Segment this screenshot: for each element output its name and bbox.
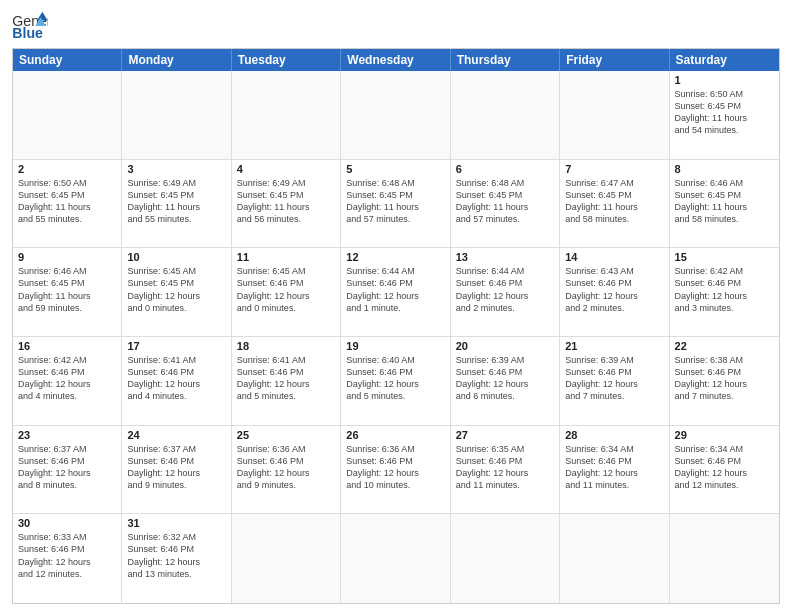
day-number: 15 — [675, 251, 774, 263]
day-number: 21 — [565, 340, 663, 352]
week-row-3: 16Sunrise: 6:42 AM Sunset: 6:46 PM Dayli… — [13, 337, 779, 426]
day-cell-20: 20Sunrise: 6:39 AM Sunset: 6:46 PM Dayli… — [451, 337, 560, 425]
day-cell-3: 3Sunrise: 6:49 AM Sunset: 6:45 PM Daylig… — [122, 160, 231, 248]
day-cell-empty — [560, 71, 669, 159]
day-number: 20 — [456, 340, 554, 352]
day-cell-26: 26Sunrise: 6:36 AM Sunset: 6:46 PM Dayli… — [341, 426, 450, 514]
calendar-body: 1Sunrise: 6:50 AM Sunset: 6:45 PM Daylig… — [13, 71, 779, 603]
day-cell-12: 12Sunrise: 6:44 AM Sunset: 6:46 PM Dayli… — [341, 248, 450, 336]
day-number: 30 — [18, 517, 116, 529]
week-row-0: 1Sunrise: 6:50 AM Sunset: 6:45 PM Daylig… — [13, 71, 779, 160]
day-cell-8: 8Sunrise: 6:46 AM Sunset: 6:45 PM Daylig… — [670, 160, 779, 248]
day-info: Sunrise: 6:34 AM Sunset: 6:46 PM Dayligh… — [565, 443, 663, 492]
day-cell-31: 31Sunrise: 6:32 AM Sunset: 6:46 PM Dayli… — [122, 514, 231, 603]
logo-icon: General Blue — [12, 10, 48, 40]
day-header-thursday: Thursday — [451, 49, 560, 71]
day-info: Sunrise: 6:33 AM Sunset: 6:46 PM Dayligh… — [18, 531, 116, 580]
day-header-wednesday: Wednesday — [341, 49, 450, 71]
day-cell-19: 19Sunrise: 6:40 AM Sunset: 6:46 PM Dayli… — [341, 337, 450, 425]
day-info: Sunrise: 6:42 AM Sunset: 6:46 PM Dayligh… — [675, 265, 774, 314]
day-number: 13 — [456, 251, 554, 263]
day-number: 23 — [18, 429, 116, 441]
day-info: Sunrise: 6:41 AM Sunset: 6:46 PM Dayligh… — [127, 354, 225, 403]
week-row-5: 30Sunrise: 6:33 AM Sunset: 6:46 PM Dayli… — [13, 514, 779, 603]
day-number: 19 — [346, 340, 444, 352]
day-info: Sunrise: 6:37 AM Sunset: 6:46 PM Dayligh… — [127, 443, 225, 492]
day-info: Sunrise: 6:49 AM Sunset: 6:45 PM Dayligh… — [237, 177, 335, 226]
day-header-sunday: Sunday — [13, 49, 122, 71]
day-cell-27: 27Sunrise: 6:35 AM Sunset: 6:46 PM Dayli… — [451, 426, 560, 514]
day-cell-9: 9Sunrise: 6:46 AM Sunset: 6:45 PM Daylig… — [13, 248, 122, 336]
day-cell-7: 7Sunrise: 6:47 AM Sunset: 6:45 PM Daylig… — [560, 160, 669, 248]
day-number: 2 — [18, 163, 116, 175]
day-cell-25: 25Sunrise: 6:36 AM Sunset: 6:46 PM Dayli… — [232, 426, 341, 514]
day-cell-empty — [341, 71, 450, 159]
day-cell-10: 10Sunrise: 6:45 AM Sunset: 6:45 PM Dayli… — [122, 248, 231, 336]
day-info: Sunrise: 6:44 AM Sunset: 6:46 PM Dayligh… — [456, 265, 554, 314]
day-info: Sunrise: 6:48 AM Sunset: 6:45 PM Dayligh… — [346, 177, 444, 226]
day-number: 7 — [565, 163, 663, 175]
week-row-4: 23Sunrise: 6:37 AM Sunset: 6:46 PM Dayli… — [13, 426, 779, 515]
day-info: Sunrise: 6:50 AM Sunset: 6:45 PM Dayligh… — [18, 177, 116, 226]
day-cell-23: 23Sunrise: 6:37 AM Sunset: 6:46 PM Dayli… — [13, 426, 122, 514]
calendar: SundayMondayTuesdayWednesdayThursdayFrid… — [12, 48, 780, 604]
day-number: 6 — [456, 163, 554, 175]
day-number: 28 — [565, 429, 663, 441]
day-cell-4: 4Sunrise: 6:49 AM Sunset: 6:45 PM Daylig… — [232, 160, 341, 248]
day-number: 3 — [127, 163, 225, 175]
day-cell-empty — [232, 71, 341, 159]
day-number: 27 — [456, 429, 554, 441]
day-cell-empty — [122, 71, 231, 159]
day-cell-empty — [451, 514, 560, 603]
day-info: Sunrise: 6:44 AM Sunset: 6:46 PM Dayligh… — [346, 265, 444, 314]
day-info: Sunrise: 6:39 AM Sunset: 6:46 PM Dayligh… — [565, 354, 663, 403]
day-info: Sunrise: 6:45 AM Sunset: 6:46 PM Dayligh… — [237, 265, 335, 314]
day-number: 16 — [18, 340, 116, 352]
day-cell-16: 16Sunrise: 6:42 AM Sunset: 6:46 PM Dayli… — [13, 337, 122, 425]
day-cell-22: 22Sunrise: 6:38 AM Sunset: 6:46 PM Dayli… — [670, 337, 779, 425]
day-header-monday: Monday — [122, 49, 231, 71]
day-number: 5 — [346, 163, 444, 175]
day-cell-empty — [341, 514, 450, 603]
day-info: Sunrise: 6:38 AM Sunset: 6:46 PM Dayligh… — [675, 354, 774, 403]
day-cell-empty — [13, 71, 122, 159]
day-cell-2: 2Sunrise: 6:50 AM Sunset: 6:45 PM Daylig… — [13, 160, 122, 248]
day-info: Sunrise: 6:36 AM Sunset: 6:46 PM Dayligh… — [237, 443, 335, 492]
day-header-tuesday: Tuesday — [232, 49, 341, 71]
day-number: 9 — [18, 251, 116, 263]
day-cell-14: 14Sunrise: 6:43 AM Sunset: 6:46 PM Dayli… — [560, 248, 669, 336]
day-info: Sunrise: 6:34 AM Sunset: 6:46 PM Dayligh… — [675, 443, 774, 492]
day-info: Sunrise: 6:46 AM Sunset: 6:45 PM Dayligh… — [675, 177, 774, 226]
day-cell-5: 5Sunrise: 6:48 AM Sunset: 6:45 PM Daylig… — [341, 160, 450, 248]
day-info: Sunrise: 6:36 AM Sunset: 6:46 PM Dayligh… — [346, 443, 444, 492]
day-cell-13: 13Sunrise: 6:44 AM Sunset: 6:46 PM Dayli… — [451, 248, 560, 336]
logo: General Blue — [12, 10, 48, 40]
day-number: 18 — [237, 340, 335, 352]
svg-text:Blue: Blue — [12, 25, 43, 40]
day-number: 14 — [565, 251, 663, 263]
day-info: Sunrise: 6:46 AM Sunset: 6:45 PM Dayligh… — [18, 265, 116, 314]
day-cell-15: 15Sunrise: 6:42 AM Sunset: 6:46 PM Dayli… — [670, 248, 779, 336]
day-info: Sunrise: 6:35 AM Sunset: 6:46 PM Dayligh… — [456, 443, 554, 492]
header: General Blue — [12, 10, 780, 40]
day-info: Sunrise: 6:49 AM Sunset: 6:45 PM Dayligh… — [127, 177, 225, 226]
day-info: Sunrise: 6:48 AM Sunset: 6:45 PM Dayligh… — [456, 177, 554, 226]
day-info: Sunrise: 6:47 AM Sunset: 6:45 PM Dayligh… — [565, 177, 663, 226]
day-number: 1 — [675, 74, 774, 86]
week-row-1: 2Sunrise: 6:50 AM Sunset: 6:45 PM Daylig… — [13, 160, 779, 249]
day-cell-24: 24Sunrise: 6:37 AM Sunset: 6:46 PM Dayli… — [122, 426, 231, 514]
day-cell-empty — [232, 514, 341, 603]
day-cell-empty — [451, 71, 560, 159]
page: General Blue SundayMondayTuesdayWednesda… — [0, 0, 792, 612]
day-cell-empty — [560, 514, 669, 603]
day-number: 24 — [127, 429, 225, 441]
day-info: Sunrise: 6:50 AM Sunset: 6:45 PM Dayligh… — [675, 88, 774, 137]
day-headers: SundayMondayTuesdayWednesdayThursdayFrid… — [13, 49, 779, 71]
day-cell-28: 28Sunrise: 6:34 AM Sunset: 6:46 PM Dayli… — [560, 426, 669, 514]
day-info: Sunrise: 6:43 AM Sunset: 6:46 PM Dayligh… — [565, 265, 663, 314]
day-number: 26 — [346, 429, 444, 441]
day-info: Sunrise: 6:45 AM Sunset: 6:45 PM Dayligh… — [127, 265, 225, 314]
day-info: Sunrise: 6:37 AM Sunset: 6:46 PM Dayligh… — [18, 443, 116, 492]
day-cell-1: 1Sunrise: 6:50 AM Sunset: 6:45 PM Daylig… — [670, 71, 779, 159]
day-number: 25 — [237, 429, 335, 441]
